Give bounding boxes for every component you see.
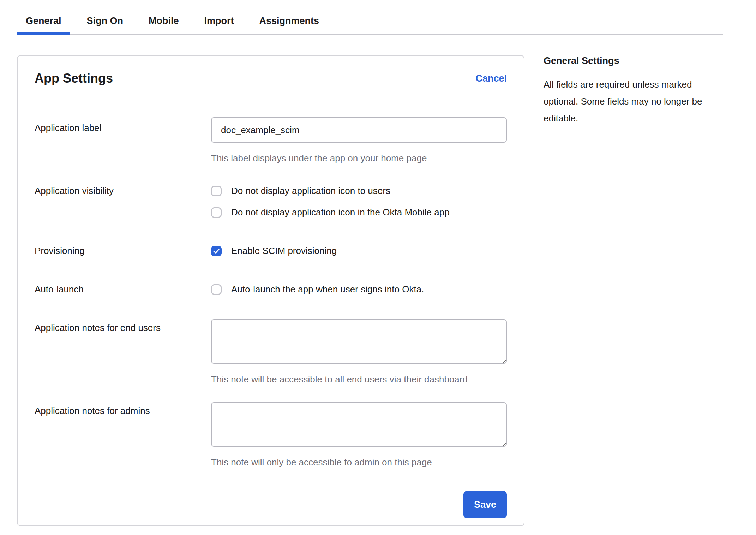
notes-admins-row: Application notes for admins This note w… [35, 402, 507, 468]
tab-import[interactable]: Import [196, 10, 243, 34]
visibility-users-option[interactable]: Do not display application icon to users [211, 185, 507, 197]
notes-admins-help: This note will only be accessible to adm… [211, 457, 507, 468]
provisioning-row: Provisioning Enable SCIM provisioning [35, 245, 507, 257]
notes-admins-textarea[interactable] [211, 402, 507, 447]
tab-mobile[interactable]: Mobile [140, 10, 188, 34]
check-icon [213, 248, 220, 255]
application-label-input[interactable] [211, 117, 507, 143]
application-label-label: Application label [35, 117, 211, 134]
save-button[interactable]: Save [463, 491, 507, 518]
sidebar-title: General Settings [544, 55, 720, 67]
tab-assignments[interactable]: Assignments [251, 10, 328, 34]
card-title: App Settings [35, 71, 113, 86]
sidebar-body-text: All fields are required unless marked op… [544, 76, 720, 127]
app-settings-card: App Settings Cancel Application label Th… [17, 55, 524, 526]
auto-launch-row: Auto-launch Auto-launch the app when use… [35, 284, 507, 295]
scim-provisioning-option[interactable]: Enable SCIM provisioning [211, 245, 507, 257]
checkbox-auto-launch[interactable] [211, 284, 222, 295]
application-label-help: This label displays under the app on you… [211, 153, 507, 164]
card-footer: Save [18, 480, 524, 525]
checkbox-hide-icon-users[interactable] [211, 186, 222, 196]
notes-end-users-row: Application notes for end users This not… [35, 319, 507, 385]
notes-admins-label: Application notes for admins [35, 402, 211, 417]
application-visibility-row: Application visibility Do not display ap… [35, 185, 507, 218]
tab-general[interactable]: General [17, 10, 70, 34]
visibility-users-option-label[interactable]: Do not display application icon to users [231, 185, 390, 197]
tab-sign-on[interactable]: Sign On [78, 10, 132, 34]
scim-provisioning-option-label[interactable]: Enable SCIM provisioning [231, 245, 337, 257]
application-visibility-label: Application visibility [35, 185, 211, 197]
application-label-row: Application label This label displays un… [35, 117, 507, 164]
cancel-link[interactable]: Cancel [475, 71, 507, 86]
auto-launch-label: Auto-launch [35, 284, 211, 295]
provisioning-label: Provisioning [35, 245, 211, 257]
auto-launch-option-label[interactable]: Auto-launch the app when user signs into… [231, 284, 424, 295]
help-sidebar: General Settings All fields are required… [544, 55, 720, 127]
tab-bar: General Sign On Mobile Import Assignment… [17, 10, 723, 35]
visibility-mobile-option[interactable]: Do not display application icon in the O… [211, 207, 507, 218]
checkbox-enable-scim[interactable] [211, 246, 222, 256]
notes-end-users-textarea[interactable] [211, 319, 507, 364]
notes-end-users-help: This note will be accessible to all end … [211, 374, 507, 385]
checkbox-hide-icon-mobile[interactable] [211, 207, 222, 218]
card-header: App Settings Cancel [35, 56, 507, 86]
notes-end-users-label: Application notes for end users [35, 319, 211, 334]
visibility-mobile-option-label[interactable]: Do not display application icon in the O… [231, 207, 450, 218]
auto-launch-option[interactable]: Auto-launch the app when user signs into… [211, 284, 507, 295]
